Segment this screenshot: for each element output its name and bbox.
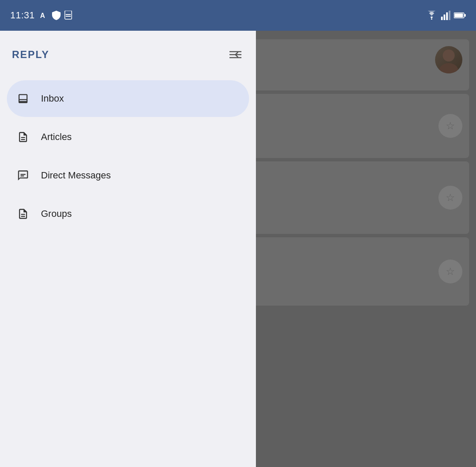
svg-rect-8 (449, 11, 450, 20)
close-nav-button[interactable] (227, 46, 244, 63)
status-bar-left: 11:31 A (10, 10, 73, 21)
status-time: 11:31 (10, 10, 35, 21)
nav-item-groups[interactable]: Groups (7, 196, 249, 232)
svg-rect-5 (441, 17, 443, 20)
nav-item-direct-messages[interactable]: Direct Messages (7, 157, 249, 194)
svg-text:A: A (40, 12, 45, 19)
nav-item-articles[interactable]: Articles (7, 119, 249, 155)
inbox-icon (15, 91, 31, 106)
status-bar: 11:31 A (0, 0, 476, 31)
status-icons: A (39, 11, 73, 20)
app-title: REPLY (12, 49, 49, 61)
nav-item-inbox[interactable]: Inbox (7, 80, 249, 117)
svg-rect-6 (444, 15, 445, 20)
svg-rect-11 (464, 14, 466, 17)
nav-drawer: REPLY Inbox (0, 31, 256, 467)
groups-icon (15, 206, 31, 222)
signal-icon (441, 11, 450, 20)
svg-rect-10 (455, 14, 463, 18)
svg-rect-3 (66, 16, 71, 17)
status-bar-right (426, 11, 466, 20)
sim-icon (64, 11, 73, 20)
nav-items: Inbox Articles Direct (0, 75, 256, 237)
direct-messages-icon (15, 168, 31, 183)
battery-icon (454, 12, 466, 19)
a-icon: A (39, 11, 49, 20)
nav-item-dm-label: Direct Messages (41, 170, 111, 181)
nav-item-inbox-label: Inbox (41, 93, 64, 104)
drawer-app-bar: REPLY (0, 31, 256, 75)
svg-point-4 (431, 18, 432, 20)
close-nav-icon (229, 50, 241, 59)
shield-icon (52, 11, 61, 20)
nav-item-articles-label: Articles (41, 131, 72, 143)
svg-rect-7 (446, 12, 448, 20)
wifi-icon (426, 11, 438, 20)
svg-rect-2 (66, 14, 71, 15)
main-area: ☆ ☆ ds and was hoping to catch you for a… (0, 31, 476, 467)
articles-icon (15, 129, 31, 145)
nav-item-groups-label: Groups (41, 208, 72, 219)
